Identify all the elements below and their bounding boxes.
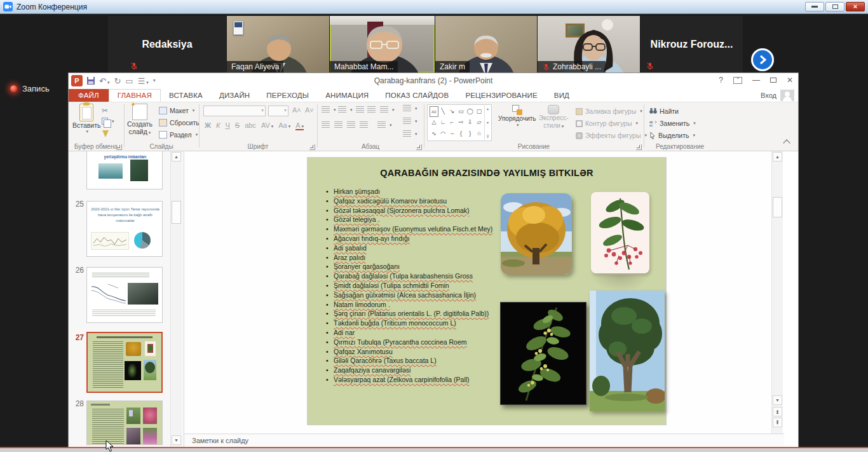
notes-pane[interactable]: Заметки к слайду	[184, 434, 784, 447]
zoom-close-button[interactable]: ×	[846, 2, 865, 11]
justify-button[interactable]	[360, 121, 368, 128]
right-arrow-shape-icon[interactable]: ⇨	[457, 117, 466, 128]
text-direction-button[interactable]: ▾	[403, 105, 417, 112]
columns-button[interactable]: ▾	[377, 121, 392, 128]
down-arrow-shape-icon[interactable]: ⇩	[466, 117, 475, 128]
increase-indent-button[interactable]	[367, 106, 376, 113]
shapes-gallery-scroll[interactable]: ▴▾⊽	[484, 106, 491, 140]
find-button[interactable]: Найти	[649, 107, 679, 115]
left-brace-shape-icon[interactable]: {	[457, 128, 466, 139]
reset-button[interactable]: Сбросить	[159, 119, 200, 127]
boxwood-branch-photo[interactable]	[500, 302, 587, 405]
bold-button[interactable]: Ж	[205, 121, 211, 129]
align-center-button[interactable]	[334, 121, 342, 128]
arrow-shape-icon[interactable]: ↘	[447, 106, 456, 117]
start-slideshow-icon[interactable]: ▭	[125, 77, 133, 85]
ribbon-display-options-icon[interactable]	[733, 77, 742, 84]
tab-view[interactable]: ВИД	[546, 89, 578, 102]
copy-button[interactable]: ▾	[102, 118, 114, 125]
tab-review[interactable]: РЕЦЕНЗИРОВАНИЕ	[457, 89, 545, 102]
right-brace-shape-icon[interactable]: }	[466, 128, 475, 139]
numbering-button[interactable]: ▾	[338, 106, 353, 113]
sign-in-control[interactable]: Вход	[761, 89, 794, 102]
zoom-restore-button[interactable]	[825, 2, 844, 11]
participant-tile-faqan[interactable]: Faqan Aliyeva	[227, 16, 329, 73]
elbow-shape-icon[interactable]: ∟	[438, 117, 447, 128]
tab-transitions[interactable]: ПЕРЕХОДЫ	[258, 89, 317, 102]
bullets-button[interactable]: ▾	[322, 106, 336, 113]
format-painter-button[interactable]	[102, 130, 109, 137]
participant-tile-zohrabbayli[interactable]: Zohrabbayli ...	[538, 16, 640, 73]
thumbnail-scrollbar-thumb[interactable]	[172, 201, 181, 224]
save-icon[interactable]	[87, 77, 95, 85]
slide-scroll-up-button[interactable]: ▲	[773, 152, 782, 161]
paragraph-dialog-launcher[interactable]	[416, 144, 422, 150]
font-name-combobox[interactable]	[203, 106, 266, 116]
rounded-rectangle-shape-icon[interactable]: ▢	[475, 106, 484, 117]
ppt-restore-button[interactable]	[770, 78, 776, 83]
textbox-shape-icon[interactable]: A≡	[430, 106, 438, 117]
tab-home[interactable]: ГЛАВНАЯ	[109, 89, 161, 102]
parallelogram-shape-icon[interactable]: ▱	[475, 117, 484, 128]
rectangle-shape-icon[interactable]: ▭	[457, 106, 466, 117]
clipboard-dialog-launcher[interactable]	[116, 144, 122, 150]
ppt-close-button[interactable]: ✕	[787, 76, 793, 85]
tab-design[interactable]: ДИЗАЙН	[211, 89, 258, 102]
thumbnail-scroll-down-button[interactable]: ▼	[172, 435, 181, 445]
shapes-gallery[interactable]: A≡ ╲ ↘ ▭ ◯ ▢ △ ∟ ⌐ ⇨ ⇩ ▱ ∿ ◠ ～	[427, 104, 492, 141]
slide-scrollbar[interactable]: ▲ ▼ ▲▲ ▼▼	[771, 151, 783, 434]
line-spacing-button[interactable]: ▾	[380, 106, 395, 113]
layout-button[interactable]: Макет▾	[159, 107, 194, 114]
slide-bullet-list[interactable]: Hirkan şümşadı Qafqaz xədicəgülü Komarov…	[324, 187, 512, 385]
character-spacing-button[interactable]: AV▾	[261, 121, 273, 129]
undo-icon[interactable]: ↶▾	[99, 77, 109, 85]
replace-button[interactable]: abac Заменить▾	[649, 120, 696, 127]
change-case-button[interactable]: Aa▾	[278, 121, 290, 129]
participant-tile-redaksiya[interactable]: Redaksiya	[108, 16, 226, 73]
customize-qat-icon[interactable]: ▾	[153, 78, 156, 83]
text-shadow-button[interactable]: abc	[245, 121, 256, 129]
participant-tile-zakir[interactable]: Zakir m	[435, 16, 537, 73]
thumbnail-slide-27-current[interactable]	[86, 332, 163, 393]
ppt-minimize-button[interactable]: —	[752, 76, 760, 85]
cut-button[interactable]: ✂	[102, 106, 108, 115]
thumbnail-slide-24[interactable]: yerləşdirmə imkanları	[86, 151, 163, 189]
font-color-button[interactable]: A▾	[295, 121, 304, 130]
participant-tile-nikrouz[interactable]: Nikrouz Forouz...	[641, 16, 743, 73]
thumbnail-slide-26[interactable]	[86, 267, 163, 323]
shrink-font-button[interactable]: A˅	[305, 106, 314, 114]
convert-smartart-button[interactable]: ▾	[403, 130, 417, 137]
zoom-minimize-button[interactable]	[805, 2, 824, 11]
section-button[interactable]: Раздел▾	[159, 131, 198, 139]
italic-button[interactable]: К	[216, 121, 220, 129]
thumbnail-scroll-up-button[interactable]: ▲	[172, 152, 181, 161]
drawing-dialog-launcher[interactable]	[636, 144, 642, 150]
paste-button[interactable]: Вставить▾	[72, 104, 101, 134]
tab-insert[interactable]: ВСТАВКА	[161, 89, 211, 102]
triangle-shape-icon[interactable]: △	[430, 117, 438, 128]
arc-shape-icon[interactable]: ◠	[438, 128, 447, 139]
slide-scrollbar-thumb[interactable]	[773, 197, 782, 217]
elbow-arrow-shape-icon[interactable]: ⌐	[447, 117, 456, 128]
font-size-combobox[interactable]	[268, 106, 288, 116]
font-dialog-launcher[interactable]	[309, 144, 315, 150]
tab-file[interactable]: ФАЙЛ	[69, 89, 109, 102]
red-flower-botanical-illustration[interactable]	[591, 192, 649, 273]
yellow-tree-photo[interactable]	[501, 193, 572, 275]
slide-editing-area[interactable]: QARABAĞIN ƏRAZISINDƏ YAYILMIŞ BITKILƏR H…	[184, 151, 783, 434]
shape-effects-button[interactable]: Эффекты фигуры▾	[576, 132, 647, 139]
slide-canvas[interactable]: QARABAĞIN ƏRAZISINDƏ YAYILMIŞ BITKILƏR H…	[308, 158, 666, 425]
decrease-indent-button[interactable]	[356, 106, 364, 113]
next-slide-button[interactable]: ▼▼	[773, 418, 782, 427]
select-button[interactable]: Выделить▾	[649, 132, 695, 139]
thumbnail-slide-28[interactable]	[86, 401, 163, 445]
align-right-button[interactable]	[347, 121, 355, 128]
shape-outline-button[interactable]: Контур фигуры▾	[576, 120, 638, 127]
scribble-shape-icon[interactable]: ∿	[430, 128, 438, 139]
tab-slideshow[interactable]: ПОКАЗ СЛАЙДОВ	[377, 89, 457, 102]
slide-scroll-down-button[interactable]: ▼	[773, 395, 782, 405]
thumbnail-scrollbar[interactable]: ▲ ▼	[170, 151, 182, 447]
help-icon[interactable]: ?	[719, 76, 723, 85]
shape-fill-button[interactable]: Заливка фигуры▾	[576, 107, 642, 115]
next-participants-button[interactable]	[751, 48, 774, 71]
